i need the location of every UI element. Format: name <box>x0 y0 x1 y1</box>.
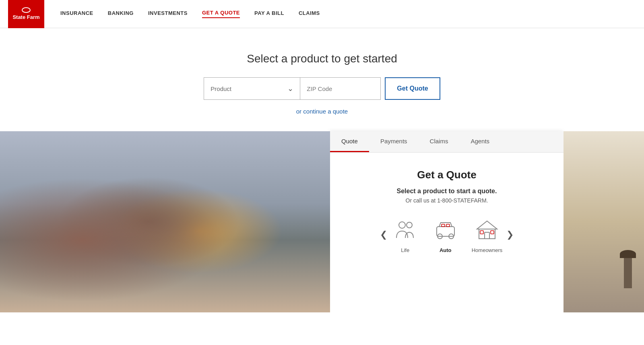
nav-insurance[interactable]: INSURANCE <box>60 10 93 18</box>
life-icon <box>391 216 419 244</box>
svg-rect-9 <box>485 232 489 239</box>
main-nav: INSURANCE BANKING INVESTMENTS GET A QUOT… <box>60 10 320 18</box>
svg-point-0 <box>399 222 405 228</box>
tab-claims[interactable]: Claims <box>419 131 460 152</box>
prev-button[interactable]: ❮ <box>376 229 391 240</box>
continue-quote-link[interactable]: or continue a quote <box>296 108 348 115</box>
bottom-section: Quote Payments Claims Agents Get a Quote… <box>0 131 644 312</box>
product-dropdown[interactable]: Product ⌄ <box>204 77 300 100</box>
quote-form: Product ⌄ Get Quote <box>8 77 636 100</box>
panel-phone: Or call us at 1-800-STATEFARM. <box>342 197 551 204</box>
product-placeholder: Product <box>211 85 231 92</box>
life-label: Life <box>401 247 409 253</box>
svg-rect-10 <box>480 231 483 234</box>
edge-section <box>564 131 644 312</box>
panel-content: Get a Quote Select a product to start a … <box>330 153 564 261</box>
state-farm-logo[interactable]: State Farm <box>8 0 44 28</box>
right-panel: Quote Payments Claims Agents Get a Quote… <box>330 131 564 312</box>
panel-tabs: Quote Payments Claims Agents <box>330 131 564 153</box>
next-button[interactable]: ❯ <box>502 229 518 240</box>
zip-input[interactable] <box>300 77 381 100</box>
header: State Farm INSURANCE BANKING INVESTMENTS… <box>0 0 644 28</box>
auto-icon <box>431 216 460 244</box>
products-row: ❮ Life <box>342 216 551 253</box>
panel-title: Get a Quote <box>342 169 551 181</box>
product-homeowners[interactable]: Homeowners <box>472 216 503 253</box>
homeowners-label: Homeowners <box>472 247 503 253</box>
tab-agents[interactable]: Agents <box>459 131 501 152</box>
chevron-down-icon: ⌄ <box>287 84 293 93</box>
panel-subtitle: Select a product to start a quote. <box>342 188 551 195</box>
nav-pay-a-bill[interactable]: PAY A BILL <box>254 10 284 18</box>
product-icons-list: Life <box>391 216 503 253</box>
nav-claims[interactable]: CLAIMS <box>299 10 320 18</box>
product-auto[interactable]: Auto <box>431 216 460 253</box>
svg-rect-2 <box>437 227 454 236</box>
nav-banking[interactable]: BANKING <box>108 10 134 18</box>
svg-rect-11 <box>491 231 494 234</box>
tab-quote[interactable]: Quote <box>330 131 369 152</box>
family-photo <box>0 131 330 312</box>
auto-label: Auto <box>440 247 452 253</box>
product-life[interactable]: Life <box>391 216 419 253</box>
homeowners-icon <box>473 216 501 244</box>
nav-get-a-quote[interactable]: GET A QUOTE <box>202 10 240 18</box>
tab-payments[interactable]: Payments <box>369 131 419 152</box>
svg-marker-7 <box>477 221 497 229</box>
svg-point-1 <box>407 222 412 228</box>
page-title: Select a product to get started <box>8 52 636 65</box>
nav-investments[interactable]: INVESTMENTS <box>148 10 188 18</box>
hero-section: Select a product to get started Product … <box>0 28 644 131</box>
get-quote-button[interactable]: Get Quote <box>385 77 440 100</box>
